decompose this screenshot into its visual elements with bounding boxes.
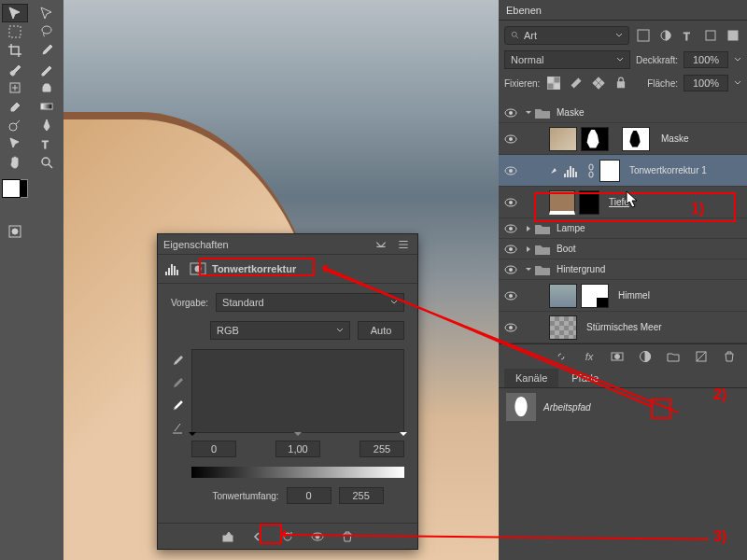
- mask-thumbnail[interactable]: [599, 160, 620, 182]
- output-hi-input[interactable]: 255: [339, 487, 384, 504]
- filter-smart-icon[interactable]: [725, 27, 741, 44]
- gray-eyedropper-icon[interactable]: [171, 377, 184, 390]
- healing-tool[interactable]: [2, 78, 28, 97]
- lasso-tool[interactable]: [34, 22, 60, 41]
- zoom-tool[interactable]: [34, 153, 60, 172]
- layer-tonwertkorrektur-1[interactable]: Tonwertkorrektur 1: [499, 155, 747, 187]
- arrow-tool-variant[interactable]: [34, 4, 60, 22]
- filter-shape-icon[interactable]: [702, 27, 719, 44]
- visibility-toggle[interactable]: [499, 245, 523, 254]
- midtone-slider[interactable]: [294, 432, 302, 440]
- black-eyedropper-icon[interactable]: [171, 355, 184, 368]
- reset-icon[interactable]: [279, 528, 296, 545]
- channel-dropdown[interactable]: RGB: [210, 321, 350, 340]
- layer-maske[interactable]: Maske: [499, 123, 747, 155]
- midtone-input[interactable]: 1,00: [275, 441, 320, 457]
- quick-mask-toggle[interactable]: [2, 222, 30, 241]
- link-icon[interactable]: [586, 162, 596, 179]
- toggle-visibility-icon[interactable]: [309, 528, 326, 545]
- shadow-input[interactable]: 0: [191, 441, 236, 457]
- panel-menu-icon[interactable]: [395, 236, 412, 253]
- chevron-right-icon[interactable]: [523, 225, 534, 232]
- layer-thumbnail[interactable]: [549, 315, 577, 340]
- layer-style-icon[interactable]: fx: [581, 348, 598, 365]
- layers-panel-tab[interactable]: Ebenen: [499, 0, 747, 21]
- visibility-toggle[interactable]: [499, 265, 523, 274]
- crop-tool[interactable]: [2, 41, 28, 60]
- visibility-toggle[interactable]: [499, 108, 523, 118]
- layer-mask-icon[interactable]: [609, 348, 626, 365]
- highlight-input[interactable]: 255: [359, 441, 404, 457]
- histogram-area[interactable]: [191, 349, 404, 433]
- eyedropper-tool[interactable]: [34, 41, 60, 60]
- lock-all-icon[interactable]: [613, 75, 629, 91]
- clone-tool[interactable]: [34, 78, 60, 97]
- highlight-slider[interactable]: [400, 432, 407, 440]
- layer-filter[interactable]: Art: [504, 26, 629, 45]
- opacity-value[interactable]: 100%: [684, 51, 728, 68]
- delete-adjustment-icon[interactable]: [339, 528, 356, 545]
- color-swatches[interactable]: [2, 179, 30, 207]
- visibility-toggle[interactable]: [499, 134, 523, 144]
- fill-value[interactable]: 100%: [684, 75, 728, 91]
- mask-thumbnail[interactable]: [581, 284, 609, 308]
- filter-adjust-icon[interactable]: [657, 27, 674, 44]
- mask-mode-icon[interactable]: [190, 260, 206, 277]
- chevron-down-icon[interactable]: [523, 109, 534, 117]
- lock-position-icon[interactable]: [590, 75, 607, 91]
- chevron-down-icon[interactable]: [523, 266, 534, 273]
- collapse-icon[interactable]: [373, 236, 389, 253]
- channels-tab[interactable]: Kanäle: [504, 369, 558, 387]
- new-group-icon[interactable]: [665, 348, 682, 365]
- lock-transparent-icon[interactable]: [545, 75, 562, 91]
- pen-tool[interactable]: [34, 116, 60, 134]
- visibility-toggle[interactable]: [499, 323, 523, 332]
- white-eyedropper-icon[interactable]: [171, 399, 184, 413]
- preset-dropdown[interactable]: Standard: [216, 293, 404, 312]
- clip-to-layer-icon[interactable]: [219, 528, 236, 545]
- path-arbeitspfad[interactable]: Arbeitspfad: [499, 388, 747, 426]
- paths-tab[interactable]: Pfade: [560, 369, 610, 387]
- pencil-tool[interactable]: [34, 60, 60, 78]
- layer-thumbnail[interactable]: [549, 190, 575, 215]
- move-tool[interactable]: [2, 4, 28, 22]
- visibility-toggle[interactable]: [499, 224, 523, 233]
- brush-tool[interactable]: [2, 60, 28, 78]
- link-layers-icon[interactable]: [553, 348, 570, 365]
- previous-state-icon[interactable]: [249, 528, 266, 545]
- visibility-toggle[interactable]: [499, 291, 523, 301]
- dodge-tool[interactable]: [2, 116, 28, 134]
- layer-tiefe[interactable]: Tiefe: [499, 187, 747, 218]
- mask-thumbnail[interactable]: [581, 127, 609, 151]
- visibility-toggle[interactable]: [499, 166, 523, 175]
- shadow-slider[interactable]: [189, 432, 196, 440]
- layer-group-maske[interactable]: Maske: [499, 103, 747, 123]
- layer-group-hintergrund[interactable]: Hintergrund: [499, 259, 747, 280]
- filter-image-icon[interactable]: [635, 27, 652, 44]
- layer-thumbnail[interactable]: [549, 284, 577, 308]
- type-tool[interactable]: T: [34, 134, 60, 153]
- layer-thumbnail[interactable]: [549, 127, 577, 151]
- output-gradient[interactable]: [191, 467, 404, 478]
- secondary-thumbnail[interactable]: [622, 127, 650, 151]
- visibility-toggle[interactable]: [499, 198, 523, 207]
- mask-thumbnail[interactable]: [579, 190, 599, 215]
- delete-layer-icon[interactable]: [721, 348, 738, 365]
- foreground-color[interactable]: [2, 179, 21, 198]
- gradient-tool[interactable]: [34, 97, 60, 116]
- lock-pixels-icon[interactable]: [568, 75, 585, 91]
- output-lo-input[interactable]: 0: [287, 487, 331, 504]
- hand-tool[interactable]: [2, 153, 28, 172]
- sample-icon[interactable]: [171, 422, 184, 435]
- eraser-tool[interactable]: [2, 97, 28, 116]
- adjustment-layer-icon[interactable]: [637, 348, 654, 365]
- layer-stuermisches-meer[interactable]: Stürmisches Meer: [499, 312, 747, 343]
- layer-himmel[interactable]: Himmel: [499, 280, 747, 312]
- new-layer-icon[interactable]: [693, 348, 710, 365]
- blend-mode-dropdown[interactable]: Normal: [504, 50, 630, 69]
- filter-type-icon[interactable]: T: [680, 27, 697, 44]
- auto-button[interactable]: Auto: [358, 321, 404, 340]
- chevron-right-icon[interactable]: [523, 245, 534, 253]
- marquee-tool[interactable]: [2, 22, 28, 41]
- path-select-tool[interactable]: [2, 134, 28, 153]
